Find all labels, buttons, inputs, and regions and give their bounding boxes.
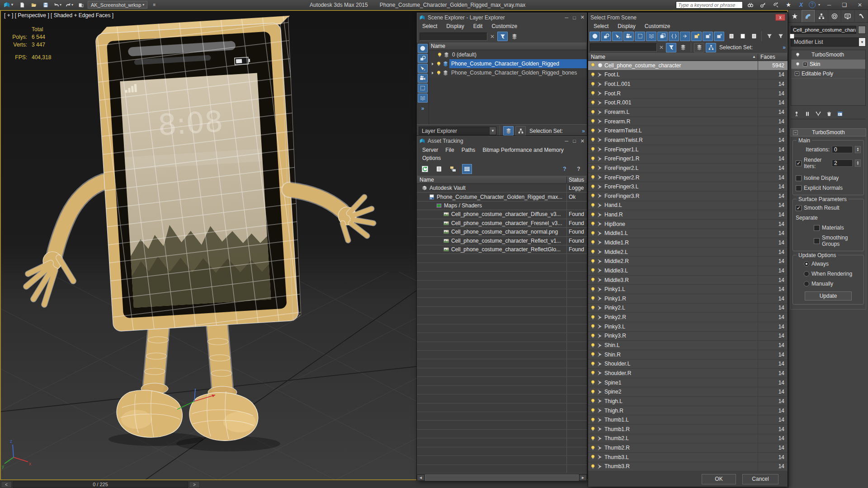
maximize-icon[interactable]: □ bbox=[573, 15, 576, 20]
path-view-icon[interactable] bbox=[448, 164, 458, 174]
asset-row[interactable]: Phone_Costume_Character_Golden_Rigged_ma… bbox=[417, 192, 587, 201]
explicit-normals-checkbox[interactable] bbox=[796, 185, 802, 191]
visibility-bulb-icon[interactable] bbox=[590, 239, 596, 245]
minimize-icon[interactable]: ─ bbox=[565, 15, 568, 20]
visibility-bulb-icon[interactable] bbox=[590, 398, 596, 404]
asset-row[interactable]: Cell_phone_costume_character_normal.png … bbox=[417, 228, 587, 236]
when-rendering-radio[interactable] bbox=[804, 271, 809, 277]
sfs-title-bar[interactable]: Select From Scene x bbox=[588, 13, 788, 22]
visibility-bulb-icon[interactable] bbox=[590, 267, 596, 273]
minimize-icon[interactable]: ─ bbox=[565, 138, 568, 144]
visibility-bulb-icon[interactable] bbox=[590, 165, 596, 171]
hierarchy-list-icon[interactable] bbox=[706, 43, 716, 52]
object-row[interactable]: Spine2 14 bbox=[588, 387, 788, 397]
visibility-bulb-icon[interactable] bbox=[590, 361, 596, 367]
object-row[interactable]: ForeFinger2.R 14 bbox=[588, 173, 788, 183]
display-groups-icon[interactable] bbox=[657, 32, 668, 41]
visibility-bulb-icon[interactable] bbox=[590, 436, 596, 441]
cancel-button[interactable]: Cancel bbox=[742, 474, 778, 484]
object-row[interactable]: Middle2.R 14 bbox=[588, 257, 788, 266]
visibility-bulb-icon[interactable] bbox=[590, 370, 596, 376]
open-file-button[interactable] bbox=[29, 1, 39, 9]
object-row[interactable]: Thumb3.L 14 bbox=[588, 453, 788, 462]
visibility-bulb-icon[interactable] bbox=[590, 174, 596, 180]
refresh-icon[interactable] bbox=[420, 164, 430, 174]
always-radio[interactable] bbox=[804, 261, 809, 267]
display-hidden-icon[interactable] bbox=[714, 32, 724, 41]
display-spacewarps-icon[interactable] bbox=[646, 32, 656, 41]
object-row[interactable]: Middle2.L 14 bbox=[588, 248, 788, 257]
iterations-spinner[interactable]: ▲▼ bbox=[855, 146, 861, 153]
object-row[interactable]: Pinky2.R 14 bbox=[588, 313, 788, 322]
visibility-bulb-icon[interactable] bbox=[590, 193, 596, 199]
next-frame-button[interactable]: > bbox=[189, 481, 200, 488]
save-file-button[interactable] bbox=[41, 1, 51, 9]
expand-arrow-icon[interactable] bbox=[430, 70, 435, 76]
sort-type-icon[interactable] bbox=[737, 32, 748, 41]
object-row[interactable]: Middle1.R 14 bbox=[588, 238, 788, 248]
toolbar-flyout-button[interactable]: ≡ bbox=[149, 1, 159, 9]
visibility-bulb-icon[interactable] bbox=[590, 333, 596, 339]
smooth-result-checkbox[interactable]: ✓ bbox=[796, 205, 802, 211]
overflow-chevron-icon[interactable]: » bbox=[582, 128, 585, 134]
visibility-bulb-icon[interactable] bbox=[590, 202, 596, 208]
visibility-bulb-icon[interactable] bbox=[590, 109, 596, 115]
help-icon[interactable]: ? bbox=[809, 1, 816, 8]
scroll-left-icon[interactable]: ◄ bbox=[417, 474, 425, 481]
materials-checkbox[interactable] bbox=[814, 225, 820, 231]
close-icon[interactable]: x bbox=[775, 14, 785, 21]
visibility-bulb-icon[interactable] bbox=[590, 305, 596, 311]
visibility-bulb-icon[interactable] bbox=[590, 230, 596, 236]
selection-filter-icon[interactable] bbox=[666, 43, 676, 52]
key-icon[interactable] bbox=[758, 1, 768, 9]
object-row[interactable]: ForeFinger3.R 14 bbox=[588, 192, 788, 201]
horizontal-scrollbar[interactable]: ◄ ► bbox=[417, 474, 587, 481]
filter-icon[interactable] bbox=[497, 32, 508, 41]
help-dropdown-icon[interactable]: ▾ bbox=[818, 3, 820, 7]
visibility-bulb-icon[interactable] bbox=[590, 72, 596, 78]
visibility-bulb-icon[interactable] bbox=[590, 100, 596, 106]
object-row[interactable]: Hand.R 14 bbox=[588, 210, 788, 220]
visibility-bulb-icon[interactable] bbox=[590, 221, 596, 227]
menu-select[interactable]: Select bbox=[594, 23, 609, 29]
object-row[interactable]: Shoulder.L 14 bbox=[588, 360, 788, 369]
tab-modify[interactable] bbox=[802, 10, 815, 22]
spacewarps-filter-icon[interactable] bbox=[418, 94, 428, 103]
infocenter-search-input[interactable] bbox=[676, 1, 743, 9]
hierarchy-mode-icon[interactable] bbox=[515, 126, 526, 136]
display-links-icon[interactable] bbox=[680, 32, 690, 41]
visibility-bulb-icon[interactable] bbox=[590, 212, 596, 218]
asset-row[interactable]: Autodesk Vault Logge bbox=[417, 184, 587, 192]
object-row[interactable]: ForeFinger3.L 14 bbox=[588, 182, 788, 192]
more-filters-icon[interactable]: » bbox=[421, 105, 425, 112]
visibility-bulb-icon[interactable] bbox=[590, 81, 596, 87]
search-input[interactable] bbox=[590, 43, 657, 52]
helpers-filter-icon[interactable] bbox=[418, 84, 428, 93]
object-row[interactable]: Forearm.R 14 bbox=[588, 117, 788, 127]
time-slider[interactable]: 0 / 225 bbox=[13, 481, 188, 488]
undo-button[interactable]: ▾ bbox=[52, 1, 62, 9]
modifier-list-dropdown[interactable]: Modifier List ▼ bbox=[791, 38, 866, 47]
minimize-icon[interactable]: ─ bbox=[823, 1, 835, 9]
communication-center-icon[interactable] bbox=[771, 1, 781, 9]
visibility-bulb-icon[interactable] bbox=[590, 249, 596, 255]
visibility-bulb-icon[interactable] bbox=[590, 62, 596, 68]
close-icon[interactable]: ✕ bbox=[854, 1, 866, 9]
new-file-button[interactable] bbox=[17, 1, 27, 9]
favorites-star-icon[interactable]: ★ bbox=[783, 1, 793, 9]
collapse-icon[interactable]: − bbox=[793, 130, 798, 135]
modifier-row-editable-poly[interactable]: + Editable Poly bbox=[791, 69, 865, 79]
visibility-bulb-icon[interactable] bbox=[590, 137, 596, 143]
sfs-table-header[interactable]: Name ▲ Faces bbox=[588, 53, 788, 61]
display-bones-icon[interactable] bbox=[669, 32, 679, 41]
flat-list-icon[interactable] bbox=[694, 43, 704, 52]
modifier-bulb-icon[interactable] bbox=[795, 61, 801, 67]
layer-row[interactable]: Phone_Costume_Character_Golden_Rigged_bo… bbox=[429, 68, 587, 77]
shapes-filter-icon[interactable] bbox=[418, 54, 428, 63]
explorer-type-dropdown[interactable]: Layer Explorer▼ bbox=[419, 127, 496, 135]
geometry-filter-icon[interactable] bbox=[418, 44, 428, 53]
visibility-bulb-icon[interactable] bbox=[590, 426, 596, 432]
visibility-bulb-icon[interactable] bbox=[590, 90, 596, 96]
menu-options[interactable]: Options bbox=[422, 155, 441, 161]
display-containers-icon[interactable] bbox=[691, 32, 702, 41]
